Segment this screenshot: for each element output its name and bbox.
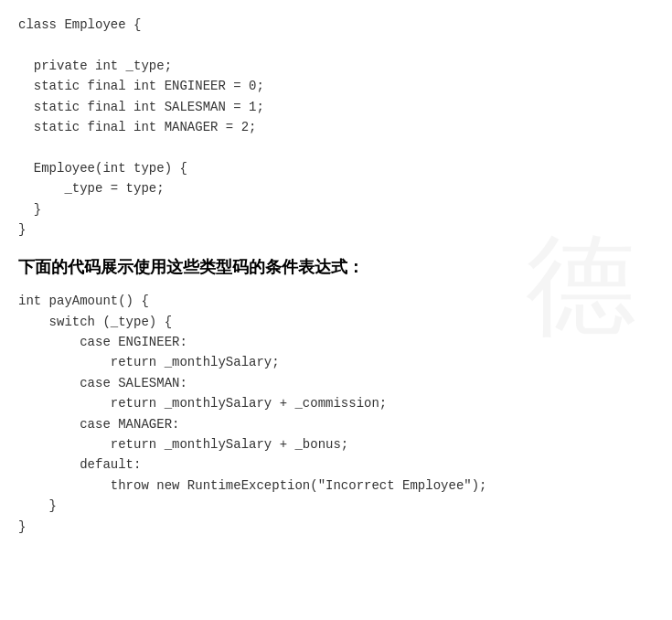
code-block-2: int payAmount() { switch (_type) { case … (18, 291, 654, 537)
code-block-1: class Employee { private int _type; stat… (18, 15, 654, 240)
page-content: 德 class Employee { private int _type; st… (18, 15, 654, 537)
code-text-2: int payAmount() { switch (_type) { case … (18, 291, 654, 537)
code-text-1: class Employee { private int _type; stat… (18, 15, 654, 240)
section-heading: 下面的代码展示使用这些类型码的条件表达式： (18, 256, 654, 278)
